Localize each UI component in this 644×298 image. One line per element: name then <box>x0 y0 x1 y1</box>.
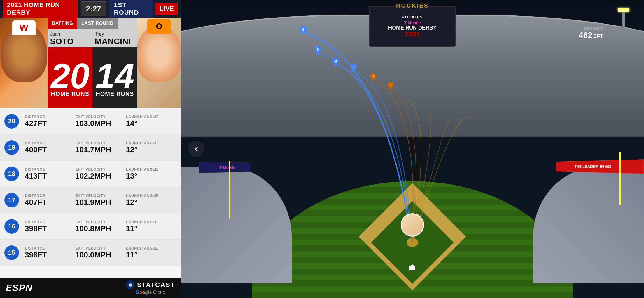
distance-unit: .3FT <box>592 33 603 39</box>
exit-vel-item-5: EXIT VELOCITY 100.0MPH <box>75 246 126 259</box>
stats-table: 20 DISTANCE 427FT EXIT VELOCITY 103.0MPH… <box>0 108 181 278</box>
exit-vel-val-3: 101.9MPH <box>75 198 126 207</box>
exit-vel-key-0: EXIT VELOCITY <box>75 115 126 119</box>
stat-row: 16 DISTANCE 398FT EXIT VELOCITY 100.8MPH… <box>0 213 181 240</box>
launch-angle-item-1: LAUNCH ANGLE 12° <box>126 141 176 154</box>
launch-angle-item-2: LAUNCH ANGLE 13° <box>126 167 176 181</box>
distance-key-2: DISTANCE <box>25 167 75 171</box>
soto-first-name: Juan <box>50 32 92 37</box>
statcast-text: STATCAST <box>137 281 175 289</box>
exit-vel-item-0: EXIT VELOCITY 103.0MPH <box>75 115 126 128</box>
distance-val-0: 427FT <box>25 119 75 128</box>
scoreboard-top: ROCKIES <box>402 15 423 19</box>
player-labels-row: BATTING LAST ROUND <box>48 18 137 29</box>
hr-badge-1: 19 <box>4 140 19 155</box>
distance-key-5: DISTANCE <box>25 246 75 250</box>
foul-pole-left <box>229 161 230 219</box>
soto-name: Juan SOTO <box>48 32 92 46</box>
exit-vel-key-5: EXIT VELOCITY <box>75 246 126 250</box>
distance-item-1: DISTANCE 400FT <box>25 141 75 154</box>
mancini-last-name: MANCINI <box>95 37 137 46</box>
exit-vel-key-1: EXIT VELOCITY <box>75 141 126 145</box>
launch-angle-val-4: 11° <box>126 224 176 233</box>
distance-val-5: 398FT <box>25 250 75 259</box>
statcast-top: ⚾ STATCAST <box>126 280 175 289</box>
distance-value-row: 462.3FT <box>579 31 603 40</box>
exit-vel-val-4: 100.8MPH <box>75 224 126 233</box>
stat-row: 15 DISTANCE 398FT EXIT VELOCITY 100.0MPH… <box>0 240 181 266</box>
derby-title: 2021 HOME RUN DERBY <box>3 0 78 19</box>
launch-angle-key-4: LAUNCH ANGLE <box>126 220 176 224</box>
right-panel: ROCKIES ROCKIES T-Mobile HOME RUN DERBY … <box>181 0 644 298</box>
timer: 2:27 <box>81 1 106 16</box>
distance-val-2: 413FT <box>25 171 75 181</box>
mancini-score-label: HOME RUNS <box>96 91 134 97</box>
scoreboard-event: HOME RUN DERBY 2O21 <box>388 25 437 38</box>
stat-row: 19 DISTANCE 400FT EXIT VELOCITY 101.7MPH… <box>0 134 181 161</box>
batting-label: BATTING <box>48 18 77 29</box>
player-center: BATTING LAST ROUND Juan SOTO Trey MANCIN… <box>48 18 137 108</box>
exit-vel-item-4: EXIT VELOCITY 100.8MPH <box>75 220 126 233</box>
distance-key-3: DISTANCE <box>25 193 75 198</box>
mancini-score: 14 <box>95 58 134 93</box>
launch-angle-val-3: 12° <box>126 198 176 207</box>
stat-row: 17 DISTANCE 407FT EXIT VELOCITY 101.9MPH… <box>0 187 181 213</box>
soto-score-label: HOME RUNS <box>51 91 89 97</box>
player-names-row: Juan SOTO Trey MANCINI <box>48 29 137 47</box>
mancini-first-name: Trey <box>95 32 137 37</box>
ad-board-right: THE LEADER IN 5G <box>556 159 644 174</box>
distance-label-text: DISTANCE <box>579 26 603 31</box>
launch-angle-val-1: 12° <box>126 145 176 154</box>
lights-right <box>618 9 629 35</box>
live-badge: LIVE <box>155 3 178 15</box>
soto-score-box: 20 HOME RUNS <box>48 47 92 108</box>
stat-group-3: DISTANCE 407FT EXIT VELOCITY 101.9MPH LA… <box>25 193 176 207</box>
lower-seats-left <box>181 167 292 283</box>
distance-item-4: DISTANCE 398FT <box>25 220 75 233</box>
launch-angle-key-3: LAUNCH ANGLE <box>126 193 176 198</box>
hr-badge-0: 20 <box>4 114 19 129</box>
round-badge: 1st ROUND <box>109 0 153 19</box>
distance-key-1: DISTANCE <box>25 141 75 145</box>
pitchers-mound <box>407 238 418 247</box>
exit-vel-item-1: EXIT VELOCITY 101.7MPH <box>75 141 126 154</box>
stat-group-1: DISTANCE 400FT EXIT VELOCITY 101.7MPH LA… <box>25 141 176 154</box>
soto-photo <box>0 18 48 108</box>
mancini-photo <box>137 18 181 108</box>
distance-item-5: DISTANCE 398FT <box>25 246 75 259</box>
hr-badge-4: 16 <box>4 219 19 234</box>
mlb-logo: ⚾ <box>126 280 135 289</box>
exit-vel-val-1: 101.7MPH <box>75 145 126 154</box>
left-panel: 2021 HOME RUN DERBY 2:27 1st ROUND LIVE … <box>0 0 181 298</box>
batter-card <box>401 213 424 237</box>
soto-score: 20 <box>51 58 90 93</box>
stat-group-0: DISTANCE 427FT EXIT VELOCITY 103.0MPH LA… <box>25 115 176 128</box>
soto-last-name: SOTO <box>50 37 92 46</box>
exit-vel-item-2: EXIT VELOCITY 102.2MPH <box>75 167 126 181</box>
distance-item-0: DISTANCE 427FT <box>25 115 75 128</box>
mancini-score-box: 14 HOME RUNS <box>92 47 137 108</box>
launch-angle-val-5: 11° <box>126 250 176 259</box>
top-bar: 2021 HOME RUN DERBY 2:27 1st ROUND LIVE <box>0 0 181 18</box>
launch-angle-key-0: LAUNCH ANGLE <box>126 115 176 119</box>
exit-vel-key-4: EXIT VELOCITY <box>75 220 126 224</box>
distance-val-4: 398FT <box>25 224 75 233</box>
scoreboard-year: 2O21 <box>405 30 420 38</box>
stat-group-4: DISTANCE 398FT EXIT VELOCITY 100.8MPH LA… <box>25 220 176 233</box>
back-arrow-button[interactable] <box>188 141 204 157</box>
stadium-scene: ROCKIES ROCKIES T-Mobile HOME RUN DERBY … <box>181 0 644 298</box>
distance-item-3: DISTANCE 407FT <box>25 193 75 207</box>
exit-vel-key-3: EXIT VELOCITY <box>75 193 126 198</box>
stat-group-5: DISTANCE 398FT EXIT VELOCITY 100.0MPH LA… <box>25 246 176 259</box>
espn-logo: ESPN <box>6 283 32 293</box>
distance-overlay: DISTANCE 462.3FT <box>579 26 603 40</box>
launch-angle-item-4: LAUNCH ANGLE 11° <box>126 220 176 233</box>
distance-key-0: DISTANCE <box>25 115 75 119</box>
distance-item-2: DISTANCE 413FT <box>25 167 75 181</box>
ad-board-left: T-Mobile <box>199 162 250 173</box>
scores-row: 20 HOME RUNS 14 HOME RUNS <box>48 47 137 108</box>
bottom-bar: ESPN ⚾ STATCAST Google Cloud <box>0 278 181 298</box>
distance-val-1: 400FT <box>25 145 75 154</box>
launch-angle-item-0: LAUNCH ANGLE 14° <box>126 115 176 128</box>
last-round-label: LAST ROUND <box>77 18 118 29</box>
